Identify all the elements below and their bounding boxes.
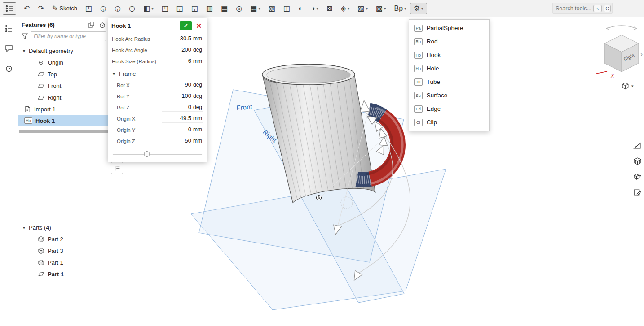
rib-button[interactable]: ▤: [217, 3, 231, 14]
slider-track[interactable]: [113, 154, 202, 155]
field-number: 30.5: [180, 35, 191, 42]
field-value[interactable]: 90 deg: [162, 81, 203, 89]
tool-icon: ◰: [162, 5, 168, 12]
menu-item-surface[interactable]: Su Surface: [409, 89, 489, 102]
tree-item-label: Part 1: [48, 259, 63, 266]
thicken-button[interactable]: ◧ ▾: [140, 3, 157, 14]
menu-item-label: Surface: [427, 92, 448, 99]
tree-item-hook[interactable]: Ho Hook 1: [18, 115, 110, 126]
custom-features-button[interactable]: ⚙ ▾ Pa PartialSphere Ro Rod Ho Hook: [410, 3, 427, 14]
menu-item-label: Clip: [427, 119, 437, 126]
menu-item-tube[interactable]: Tu Tube: [409, 75, 489, 89]
bp-button[interactable]: Bp ▾: [391, 3, 410, 14]
tool-icon: ▤: [221, 5, 228, 12]
field-value[interactable]: 6 mm: [162, 57, 203, 65]
tree-section-label: Parts (4): [29, 224, 51, 231]
grid-cube-icon: [633, 157, 642, 165]
export-part-button[interactable]: [632, 171, 643, 182]
comments-button[interactable]: [4, 43, 14, 54]
loft-button[interactable]: ◷: [125, 3, 139, 14]
features-panel: Features (6): [18, 17, 110, 326]
field-value[interactable]: 30.5 mm: [162, 35, 203, 43]
circular-pattern-button[interactable]: ▧: [265, 3, 279, 14]
expand-panel-button[interactable]: ›: [640, 50, 643, 58]
undo-button[interactable]: ↶: [20, 3, 33, 14]
tree-item-import[interactable]: Import 1: [18, 103, 110, 115]
x-axis-label: X: [610, 73, 614, 78]
menu-item-hole[interactable]: Ho Hole: [409, 62, 489, 75]
front-plane-label[interactable]: Front: [236, 103, 253, 112]
tree-section-parts[interactable]: ▾ Parts (4): [18, 222, 110, 233]
surface-part-icon: [38, 271, 44, 278]
feature-type-badge: Pa: [414, 25, 423, 32]
tool-icon: ◶: [115, 5, 121, 12]
filter-input[interactable]: [31, 31, 106, 41]
edit-code-button[interactable]: [632, 187, 643, 198]
feature-history-button[interactable]: [99, 21, 106, 28]
simulation-button[interactable]: [632, 140, 643, 151]
draft-button[interactable]: ◲: [188, 3, 202, 14]
boolean-button[interactable]: ◐: [295, 3, 306, 14]
helix-button[interactable]: ▩ ▾: [372, 3, 390, 14]
tree-item-part[interactable]: Part 1: [18, 256, 110, 268]
rollback-bar[interactable]: [19, 130, 109, 133]
field-label: Rot X: [112, 83, 130, 88]
field-value[interactable]: 200 deg: [162, 46, 203, 54]
expand-panel-icon: ›: [640, 50, 643, 58]
hook-preview-slider[interactable]: [113, 151, 202, 157]
tree-item-part[interactable]: Part 1: [18, 268, 110, 280]
detach-panel-button[interactable]: [88, 21, 95, 28]
tool-icon: ⊠: [326, 5, 332, 12]
search-tools-box[interactable]: Search tools... ⌥ C: [552, 3, 613, 14]
frame-section-header[interactable]: ▾ Frame: [108, 67, 207, 79]
tree-item-plane[interactable]: Right: [18, 91, 110, 103]
field-unit: mm: [193, 58, 202, 64]
mesh-view-button[interactable]: [632, 156, 643, 166]
tool-icon: ◱: [176, 5, 183, 12]
tree-item-origin[interactable]: Origin: [18, 57, 110, 68]
menu-item-partial-sphere[interactable]: Pa PartialSphere: [409, 22, 489, 35]
outline-list-button[interactable]: [4, 23, 14, 34]
tree-item-plane[interactable]: Top: [18, 68, 110, 80]
sweep-button[interactable]: ◶: [111, 3, 124, 14]
menu-item-rod[interactable]: Ro Rod: [409, 35, 489, 48]
hole-button[interactable]: ◎: [232, 3, 246, 14]
cancel-button[interactable]: ✕: [196, 22, 202, 30]
tree-item-plane[interactable]: Front: [18, 80, 110, 91]
shell-button[interactable]: ▥: [203, 3, 216, 14]
redo-button[interactable]: ↷: [34, 3, 47, 14]
mirror-button[interactable]: ◫: [280, 3, 294, 14]
feature-type-badge: Ho: [414, 52, 423, 59]
extrude-button[interactable]: ◳: [82, 3, 96, 14]
tree-item-part[interactable]: Part 3: [18, 245, 110, 256]
sketch-button[interactable]: ✎ Sketch: [49, 3, 81, 14]
field-value[interactable]: 0 mm: [162, 126, 203, 134]
history-button[interactable]: [4, 63, 14, 74]
revolve-button[interactable]: ◵: [97, 3, 110, 14]
dialog-options-button[interactable]: [111, 162, 123, 174]
transform-button[interactable]: ◈ ▾: [337, 3, 353, 14]
chamfer-button[interactable]: ◱: [173, 3, 187, 14]
hook-slider-knob[interactable]: [144, 151, 150, 157]
field-value[interactable]: 0 deg: [162, 103, 203, 112]
menu-item-hook[interactable]: Ho Hook: [409, 48, 489, 62]
field-value[interactable]: 100 deg: [162, 92, 203, 100]
field-value[interactable]: 49.5 mm: [162, 114, 203, 123]
feature-list-toggle-button[interactable]: [3, 2, 16, 15]
tool-icon: ◧: [143, 5, 150, 12]
tool-icon: ▩: [376, 5, 383, 12]
tree-item-part[interactable]: Part 2: [18, 233, 110, 245]
fillet-button[interactable]: ◰: [158, 3, 172, 14]
view-options-button[interactable]: ▾: [622, 82, 634, 90]
split-button[interactable]: ◑ ▾: [307, 3, 322, 14]
view-cube[interactable]: Right X: [596, 26, 639, 78]
code-pencil-icon: [633, 188, 642, 197]
delete-part-button[interactable]: ⊠: [323, 3, 336, 14]
menu-item-clip[interactable]: Cl Clip: [409, 116, 489, 129]
plane-button[interactable]: ▨ ▾: [354, 3, 371, 14]
field-value[interactable]: 50 mm: [162, 137, 203, 145]
confirm-button[interactable]: ✓: [180, 21, 192, 30]
tree-section-default-geometry[interactable]: ▾ Default geometry: [18, 45, 110, 57]
linear-pattern-button[interactable]: ▦ ▾: [247, 3, 264, 14]
menu-item-edge[interactable]: Ed Edge: [409, 102, 489, 116]
